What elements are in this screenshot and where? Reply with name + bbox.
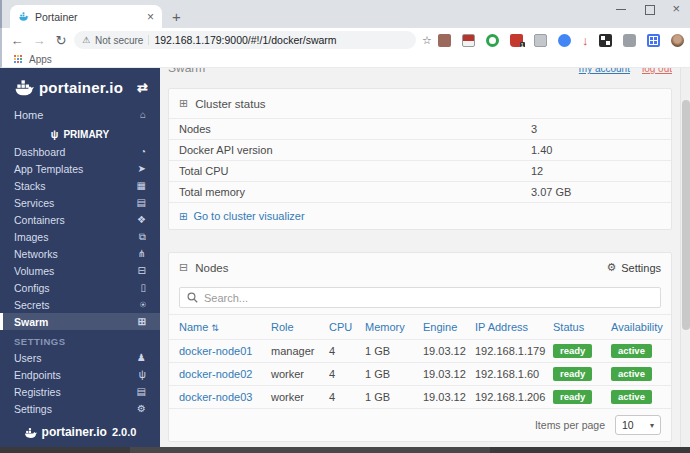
archive-icon[interactable] xyxy=(534,34,547,47)
sidebar-item-endpoints[interactable]: Endpoints ψ xyxy=(0,366,160,383)
back-icon[interactable]: ← xyxy=(8,33,26,48)
tab-close-icon[interactable]: × xyxy=(147,10,154,24)
portainer-logo-icon xyxy=(14,77,34,97)
blue-dot-icon[interactable] xyxy=(558,34,571,47)
background-window-strip xyxy=(0,447,690,453)
node-memory: 1 GB xyxy=(365,368,423,380)
extension-icons-row: 1 ↓ ↑ xyxy=(438,34,684,47)
sidebar-item-label: Configs xyxy=(14,282,140,294)
bookmark-star-icon[interactable]: ☆ xyxy=(422,34,432,47)
maximize-button[interactable] xyxy=(644,4,654,14)
sidebar-item-home[interactable]: Home ⌂ xyxy=(0,104,160,125)
sidebar-item-label: Volumes xyxy=(14,265,138,277)
download-arrow-icon[interactable]: ↓ xyxy=(582,34,589,47)
search-input[interactable] xyxy=(204,292,653,304)
sidebar-item-dashboard[interactable]: Dashboard ◔ xyxy=(0,143,160,160)
scrollbar-thumb[interactable] xyxy=(682,100,690,330)
vertical-scrollbar[interactable] xyxy=(680,68,690,447)
sidebar-item-label: Swarm xyxy=(14,316,138,328)
address-bar[interactable]: ⚠ Not secure 192.168.1.179:9000/#!/1/doc… xyxy=(74,31,416,49)
chevron-down-icon: ▾ xyxy=(650,421,654,430)
cluster-visualizer-link[interactable]: ⊞ Go to cluster visualizer xyxy=(169,202,671,229)
green-ring-icon[interactable] xyxy=(486,34,499,47)
sidebar-collapse-icon[interactable]: ⇄ xyxy=(137,80,148,95)
column-header-status[interactable]: Status xyxy=(553,321,611,333)
omnibox-divider xyxy=(148,35,149,45)
sidebar-item-stacks[interactable]: Stacks ▦ xyxy=(0,177,160,194)
nodes-search-row xyxy=(169,282,671,314)
cluster-value: 3.07 GB xyxy=(531,186,661,198)
minimize-button[interactable] xyxy=(616,4,626,14)
shield-badge-icon[interactable]: 1 xyxy=(510,34,523,47)
my-account-link[interactable]: my account xyxy=(579,68,630,88)
services-list-icon: ▤ xyxy=(137,197,146,208)
sidebar-item-secrets[interactable]: Secrets ⍟ xyxy=(0,296,160,313)
column-header-role[interactable]: Role xyxy=(271,321,329,333)
node-name-link[interactable]: docker-node02 xyxy=(179,368,271,380)
table-row: docker-node03 worker 4 1 GB 19.03.12 192… xyxy=(169,385,671,408)
node-role: worker xyxy=(271,391,329,403)
puzzle-icon[interactable] xyxy=(623,34,636,47)
reload-icon[interactable]: ↻ xyxy=(52,33,70,48)
cluster-value: 1.40 xyxy=(531,144,661,156)
database-icon: ▤ xyxy=(137,386,146,397)
sidebar-item-label: Users xyxy=(14,352,137,364)
column-header-name[interactable]: Name⇅ xyxy=(179,321,271,333)
sidebar-item-volumes[interactable]: Volumes ⊟ xyxy=(0,262,160,279)
node-role: worker xyxy=(271,368,329,380)
sidebar-item-label: Secrets xyxy=(14,299,140,311)
sidebar-item-services[interactable]: Services ▤ xyxy=(0,194,160,211)
sidebar-logo[interactable]: portainer.io ⇄ xyxy=(0,68,160,104)
sidebar-endpoint-header[interactable]: ψ PRIMARY xyxy=(0,125,160,143)
sidebar-item-containers[interactable]: Containers ❖ xyxy=(0,211,160,228)
apps-label[interactable]: Apps xyxy=(29,54,52,65)
new-tab-button[interactable]: + xyxy=(172,8,181,25)
bookmarks-bar: Apps xyxy=(0,52,690,68)
avatar[interactable] xyxy=(671,34,684,47)
node-ip: 192.168.1.179 xyxy=(475,345,553,357)
camera-icon[interactable] xyxy=(462,34,475,47)
sidebar-item-label: Services xyxy=(14,197,137,209)
column-header-memory[interactable]: Memory xyxy=(365,321,423,333)
security-label[interactable]: Not secure xyxy=(95,35,143,46)
node-status: ready xyxy=(553,390,611,404)
sidebar-item-configs[interactable]: Configs ▯ xyxy=(0,279,160,296)
items-per-page-label: Items per page xyxy=(535,419,605,431)
apps-grid-icon[interactable] xyxy=(14,55,23,64)
node-availability: active xyxy=(611,367,661,381)
sidebar-item-networks[interactable]: Networks ⋔ xyxy=(0,245,160,262)
domino-icon[interactable] xyxy=(599,34,612,47)
node-cpu: 4 xyxy=(329,368,365,380)
sidebar-item-swarm[interactable]: Swarm ⊞ xyxy=(0,313,160,330)
sidebar-item-users[interactable]: Users ♟ xyxy=(0,349,160,366)
browser-tab[interactable]: Portainer × xyxy=(10,5,162,28)
rocket-icon: ➤ xyxy=(138,163,146,174)
forward-icon[interactable]: → xyxy=(30,33,48,48)
sidebar-item-app-templates[interactable]: App Templates ➤ xyxy=(0,160,160,177)
nodes-settings-button[interactable]: ⚙ Settings xyxy=(606,261,661,274)
column-header-cpu[interactable]: CPU xyxy=(329,321,365,333)
node-name-link[interactable]: docker-node03 xyxy=(179,391,271,403)
toolbox-icon[interactable] xyxy=(438,34,451,47)
column-header-engine[interactable]: Engine xyxy=(423,321,475,333)
browser-toolbar: ← → ↻ ⚠ Not secure 192.168.1.179:9000/#!… xyxy=(0,28,690,52)
photo-icon[interactable] xyxy=(647,34,660,47)
column-header-ip[interactable]: IP Address xyxy=(475,321,553,333)
account-links: my account log out xyxy=(579,68,672,88)
search-box[interactable] xyxy=(179,287,661,308)
sidebar-item-registries[interactable]: Registries ▤ xyxy=(0,383,160,400)
log-out-link[interactable]: log out xyxy=(642,68,672,88)
home-icon: ⌂ xyxy=(140,109,146,120)
close-window-button[interactable]: × xyxy=(672,4,680,14)
sidebar-item-label: Stacks xyxy=(14,180,137,192)
sidebar-item-settings[interactable]: Settings ⚙ xyxy=(0,400,160,417)
items-per-page-select[interactable]: 10 ▾ xyxy=(615,415,661,435)
column-header-availability[interactable]: Availability xyxy=(611,321,663,333)
dashboard-icon: ◔ xyxy=(140,146,146,157)
user-secret-icon: ⍟ xyxy=(140,299,146,311)
url-text[interactable]: 192.168.1.179:9000/#!/1/docker/swarm xyxy=(154,34,408,46)
sidebar-item-label: Endpoints xyxy=(14,369,139,381)
node-name-link[interactable]: docker-node01 xyxy=(179,345,271,357)
sidebar-item-images[interactable]: Images ⧉ xyxy=(0,228,160,245)
cluster-row-api-version: Docker API version 1.40 xyxy=(169,139,671,160)
